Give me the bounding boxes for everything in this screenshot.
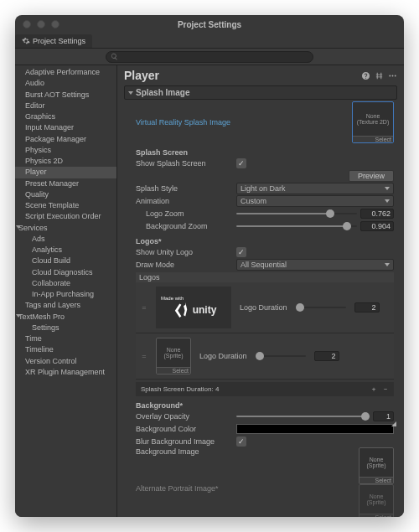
show-splash-label: Show Splash Screen: [136, 159, 236, 168]
sidebar-item-cloud-build[interactable]: Cloud Build: [15, 256, 116, 266]
splash-duration-label: Splash Screen Duration: 4: [141, 385, 219, 393]
sidebar-item-audio[interactable]: Audio: [15, 78, 116, 89]
select-button[interactable]: Select: [353, 136, 393, 142]
main-panel: Player Splash Image Virtual Reality Spla…: [117, 65, 404, 517]
sidebar-item-analytics[interactable]: Analytics: [15, 245, 116, 256]
page-title: Player: [124, 69, 159, 82]
tab-project-settings[interactable]: Project Settings: [15, 34, 92, 48]
overlay-opacity-slider[interactable]: [236, 416, 370, 417]
drag-handle[interactable]: =: [141, 303, 147, 312]
sidebar-item-in-app-purchasing[interactable]: In-App Purchasing: [15, 289, 116, 300]
sidebar-item-services[interactable]: Services: [15, 223, 116, 234]
sidebar-item-graphics[interactable]: Graphics: [15, 111, 116, 122]
logo-duration-slider[interactable]: [296, 307, 346, 308]
custom-logo-slot[interactable]: None(Sprite) Select: [156, 338, 191, 374]
sidebar-item-textmesh-pro[interactable]: TextMesh Pro: [15, 312, 116, 323]
sidebar-item-preset-manager[interactable]: Preset Manager: [15, 178, 116, 189]
sidebar-item-editor[interactable]: Editor: [15, 101, 116, 111]
sidebar-item-version-control[interactable]: Version Control: [15, 356, 116, 367]
logo-duration-field[interactable]: 2: [354, 302, 380, 312]
preview-button[interactable]: Preview: [349, 170, 394, 182]
show-unity-logo-checkbox[interactable]: [236, 247, 246, 257]
unity-logo-preview[interactable]: Made with unity: [156, 287, 231, 328]
search-icon: [111, 53, 118, 60]
bg-zoom-slider[interactable]: [236, 225, 357, 227]
sidebar-item-ads[interactable]: Ads: [15, 234, 116, 245]
splash-image-section[interactable]: Splash Image: [124, 85, 397, 100]
svg-point-1: [392, 75, 394, 76]
sidebar-item-collaborate[interactable]: Collaborate: [15, 278, 116, 289]
sidebar-item-burst-aot-settings[interactable]: Burst AOT Settings: [15, 90, 116, 101]
add-logo-button[interactable]: ＋: [370, 385, 377, 394]
bg-color-field[interactable]: [236, 424, 394, 434]
animation-dropdown[interactable]: Custom: [236, 195, 394, 207]
sidebar-item-physics[interactable]: Physics: [15, 145, 116, 156]
drag-handle[interactable]: =: [141, 352, 147, 360]
sidebar-item-cloud-diagnostics[interactable]: Cloud Diagnostics: [15, 267, 116, 278]
logos-head: Logos*: [136, 237, 394, 245]
sidebar-item-script-execution-order[interactable]: Script Execution Order: [15, 211, 116, 222]
splash-style-dropdown[interactable]: Light on Dark: [236, 183, 394, 194]
draw-mode-dropdown[interactable]: All Sequential: [236, 259, 394, 271]
logo-row-custom: = None(Sprite) Select Logo Duration 2: [136, 333, 394, 380]
search-input[interactable]: [106, 51, 314, 63]
remove-logo-button[interactable]: －: [382, 385, 389, 394]
sidebar-item-adaptive-performance[interactable]: Adaptive Performance: [15, 67, 116, 78]
sidebar-item-xr-plugin-management[interactable]: XR Plugin Management: [15, 367, 116, 378]
help-icon[interactable]: [361, 71, 370, 80]
sidebar-item-tags-and-layers[interactable]: Tags and Layers: [15, 300, 116, 311]
splash-screen-head: Splash Screen: [136, 148, 394, 157]
svg-point-0: [389, 75, 391, 76]
window-title: Project Settings: [15, 20, 404, 29]
svg-point-2: [395, 75, 396, 76]
settings-sidebar: Adaptive PerformanceAudioBurst AOT Setti…: [15, 65, 117, 517]
overlay-opacity-field[interactable]: 1: [373, 411, 394, 421]
sidebar-item-quality[interactable]: Quality: [15, 189, 116, 200]
vr-splash-texture-slot[interactable]: None(Texture 2D) Select: [352, 101, 394, 143]
vr-splash-link[interactable]: Virtual Reality Splash Image: [136, 118, 230, 127]
alt-portrait-slot[interactable]: None(Sprite) Select: [359, 484, 394, 517]
logo-duration-field-2[interactable]: 2: [314, 351, 339, 361]
background-head: Background*: [136, 401, 394, 410]
unity-icon: [171, 301, 189, 319]
show-splash-checkbox[interactable]: [236, 158, 246, 168]
logo-zoom-slider[interactable]: [236, 213, 357, 214]
sidebar-item-timeline[interactable]: Timeline: [15, 344, 116, 355]
tab-label: Project Settings: [33, 37, 85, 45]
titlebar: Project Settings: [15, 15, 404, 34]
bg-zoom-field[interactable]: 0.904: [360, 221, 394, 231]
blur-bg-checkbox[interactable]: [236, 436, 246, 447]
gear-icon: [22, 37, 30, 45]
bg-image-slot[interactable]: None(Sprite) Select: [359, 447, 394, 484]
logo-zoom-field[interactable]: 0.762: [360, 209, 394, 219]
logo-duration-slider-2[interactable]: [256, 355, 306, 357]
sidebar-item-input-manager[interactable]: Input Manager: [15, 122, 116, 133]
preset-icon[interactable]: [375, 71, 384, 80]
sidebar-item-time[interactable]: Time: [15, 333, 116, 344]
logo-row-unity: = Made with unity Logo Duration 2: [136, 282, 394, 333]
sidebar-item-scene-template[interactable]: Scene Template: [15, 200, 116, 211]
sidebar-item-settings[interactable]: Settings: [15, 323, 116, 333]
more-icon[interactable]: [388, 71, 397, 80]
sidebar-item-package-manager[interactable]: Package Manager: [15, 134, 116, 145]
logos-list-header: Logos: [136, 272, 394, 282]
sidebar-item-physics-2d[interactable]: Physics 2D: [15, 156, 116, 167]
sidebar-item-player[interactable]: Player: [15, 167, 116, 178]
